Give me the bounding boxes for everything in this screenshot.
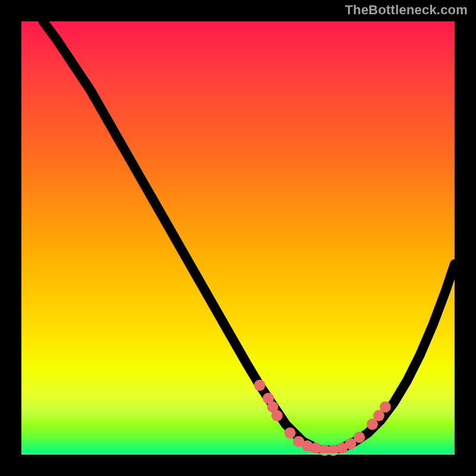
data-point <box>284 427 296 439</box>
chart-frame: TheBottleneck.com <box>0 0 476 476</box>
data-point <box>271 410 283 421</box>
plot-area <box>21 21 455 455</box>
data-point <box>254 380 265 391</box>
series-line <box>43 21 455 450</box>
chart-svg <box>21 21 455 455</box>
data-point <box>353 431 365 443</box>
marker-group <box>254 380 391 456</box>
watermark-text: TheBottleneck.com <box>345 2 468 18</box>
data-point <box>380 401 391 412</box>
